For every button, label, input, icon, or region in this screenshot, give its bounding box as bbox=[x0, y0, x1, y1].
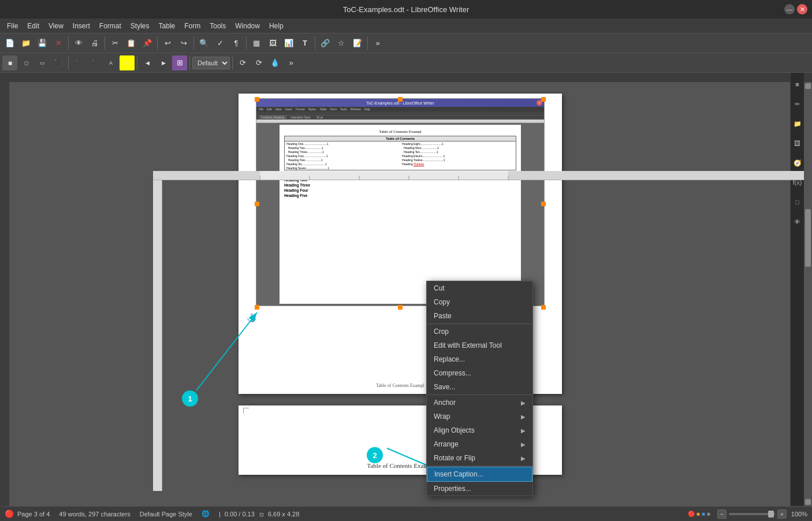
status-macro-icon: 🔴 bbox=[5, 509, 14, 518]
page-bottom-caption: Table of Contents Exampl bbox=[376, 383, 424, 388]
panel-eye-icon[interactable]: 👁 bbox=[789, 214, 806, 230]
close-button[interactable]: ✕ bbox=[797, 4, 807, 14]
zoom-out-button[interactable]: − bbox=[717, 509, 727, 519]
menu-tools[interactable]: Tools bbox=[205, 21, 230, 31]
tb-line[interactable]: ◻ bbox=[18, 55, 33, 70]
tb-new[interactable]: 📄 bbox=[2, 36, 17, 51]
menu-view[interactable]: View bbox=[44, 21, 68, 31]
zoom-slider[interactable] bbox=[729, 513, 775, 515]
menu-edit[interactable]: Edit bbox=[23, 21, 44, 31]
tb-print-preview[interactable]: 👁 bbox=[71, 36, 86, 51]
panel-folder-icon[interactable]: 📁 bbox=[789, 116, 806, 132]
tb-text-color[interactable]: A bbox=[103, 55, 118, 70]
ctx-replace[interactable]: Replace... bbox=[427, 352, 532, 366]
tb-hyperlink[interactable]: 🔗 bbox=[318, 36, 333, 51]
inner-menu-styles: Styles bbox=[308, 107, 316, 111]
menu-styles[interactable]: Styles bbox=[126, 21, 154, 31]
scrollbar-handle[interactable] bbox=[805, 499, 811, 505]
ctx-compress[interactable]: Compress... bbox=[427, 366, 532, 380]
tb-para-style1[interactable]: ◀ bbox=[140, 55, 155, 70]
tb-textbox[interactable]: T bbox=[297, 36, 312, 51]
tb-redo[interactable]: ↪ bbox=[176, 36, 191, 51]
tb-chart[interactable]: 📊 bbox=[281, 36, 296, 51]
ctx-copy[interactable]: Copy bbox=[427, 295, 532, 309]
inner-toc-title: Table of Contents Exampl bbox=[284, 129, 516, 134]
ctx-save[interactable]: Save... bbox=[427, 380, 532, 394]
menu-table[interactable]: Table bbox=[154, 21, 180, 31]
zoom-in-button[interactable]: + bbox=[777, 509, 787, 519]
ctx-edit-external[interactable]: Edit with External Tool bbox=[427, 338, 532, 352]
handle-mr[interactable] bbox=[541, 202, 546, 206]
panel-square-icon[interactable]: □ bbox=[789, 194, 806, 210]
panel-edit-icon[interactable]: ✏ bbox=[789, 96, 806, 112]
panel-properties-icon[interactable]: ≡ bbox=[789, 76, 806, 92]
tb-open[interactable]: 📁 bbox=[18, 36, 33, 51]
tb-para-style2[interactable]: ▶ bbox=[156, 55, 171, 70]
ctx-paste[interactable]: Paste bbox=[427, 309, 532, 323]
tb-highlight[interactable]: A bbox=[120, 55, 135, 70]
ctx-insert-caption[interactable]: Insert Caption... bbox=[427, 467, 532, 482]
inner-heading-four: Heading Four bbox=[284, 188, 516, 192]
ctx-rotate-flip[interactable]: Rotate or Flip ▶ bbox=[427, 451, 532, 465]
handle-br[interactable] bbox=[541, 305, 546, 310]
inner-menu-window: Window bbox=[351, 107, 361, 111]
tb-bookmark[interactable]: ☆ bbox=[334, 36, 349, 51]
menu-format[interactable]: Format bbox=[95, 21, 126, 31]
menu-window[interactable]: Window bbox=[230, 21, 265, 31]
status-zoom[interactable]: 100% bbox=[791, 511, 807, 518]
tb-more[interactable]: » bbox=[370, 36, 385, 51]
handle-ml[interactable] bbox=[255, 202, 259, 206]
tb-fill[interactable]: ⬛ bbox=[51, 55, 66, 70]
style-dropdown[interactable]: Default bbox=[192, 57, 230, 69]
tb-close[interactable]: ✕ bbox=[51, 36, 66, 51]
tb-select[interactable]: ◼ bbox=[2, 55, 17, 70]
menu-file[interactable]: File bbox=[2, 21, 23, 31]
ctx-arrange[interactable]: Arrange ▶ bbox=[427, 437, 532, 451]
tb-undo[interactable]: ↩ bbox=[160, 36, 175, 51]
ctx-cut[interactable]: Cut bbox=[427, 281, 532, 295]
handle-mt[interactable] bbox=[398, 97, 403, 102]
handle-tl[interactable] bbox=[255, 97, 259, 102]
tb2-sep4 bbox=[232, 57, 233, 69]
tb-redo2[interactable]: ⟳ bbox=[251, 55, 266, 70]
ctx-wrap-arrow: ▶ bbox=[521, 414, 526, 420]
tb-more2[interactable]: » bbox=[284, 55, 299, 70]
ctx-anchor[interactable]: Anchor ▶ bbox=[427, 396, 532, 410]
menu-insert[interactable]: Insert bbox=[68, 21, 95, 31]
ctx-wrap[interactable]: Wrap ▶ bbox=[427, 410, 532, 423]
tb-note[interactable]: 📝 bbox=[350, 36, 365, 51]
ctx-anchor-label: Anchor bbox=[434, 399, 456, 407]
scrollbar-thumb[interactable] bbox=[805, 209, 811, 267]
tb-print[interactable]: 🖨 bbox=[87, 36, 102, 51]
tb-undo2[interactable]: ⟳ bbox=[235, 55, 250, 70]
ctx-align-objects[interactable]: Align Objects ▶ bbox=[427, 423, 532, 437]
tb-table[interactable]: ▦ bbox=[249, 36, 264, 51]
panel-compass-icon[interactable]: 🧭 bbox=[789, 155, 806, 171]
tb-find[interactable]: 🔍 bbox=[196, 36, 211, 51]
handle-bl[interactable] bbox=[255, 305, 259, 310]
menu-form[interactable]: Form bbox=[180, 21, 205, 31]
tb-image[interactable]: 🖼 bbox=[265, 36, 280, 51]
tb-paste[interactable]: 📌 bbox=[140, 36, 155, 51]
tb-style-up[interactable]: ⬛ bbox=[87, 55, 102, 70]
scroll-area[interactable]: ToC-Examples.odt - LibreOffice Writer × … bbox=[9, 82, 791, 506]
tb2-sep1 bbox=[68, 57, 69, 69]
tb-style-down[interactable]: ⬛ bbox=[71, 55, 86, 70]
panel-image-icon[interactable]: 🖼 bbox=[789, 135, 806, 151]
tb-cut[interactable]: ✂ bbox=[107, 36, 122, 51]
tb-border[interactable]: ⊞ bbox=[172, 55, 187, 70]
tb-spellcheck[interactable]: ✓ bbox=[213, 36, 228, 51]
tb-rect[interactable]: ▭ bbox=[35, 55, 50, 70]
ctx-properties[interactable]: Properties... bbox=[427, 482, 532, 496]
tb-paint[interactable]: 💧 bbox=[267, 55, 282, 70]
handle-tr[interactable] bbox=[541, 97, 546, 102]
menu-help[interactable]: Help bbox=[265, 21, 288, 31]
tb-sep6 bbox=[315, 37, 315, 50]
callout-circle-2: 2 bbox=[367, 447, 383, 463]
handle-mb[interactable] bbox=[398, 305, 403, 310]
tb-save[interactable]: 💾 bbox=[35, 36, 50, 51]
tb-copy[interactable]: 📋 bbox=[124, 36, 139, 51]
minimize-button[interactable]: — bbox=[784, 4, 795, 14]
tb-formatting[interactable]: ¶ bbox=[229, 36, 244, 51]
ctx-crop[interactable]: Crop bbox=[427, 325, 532, 338]
